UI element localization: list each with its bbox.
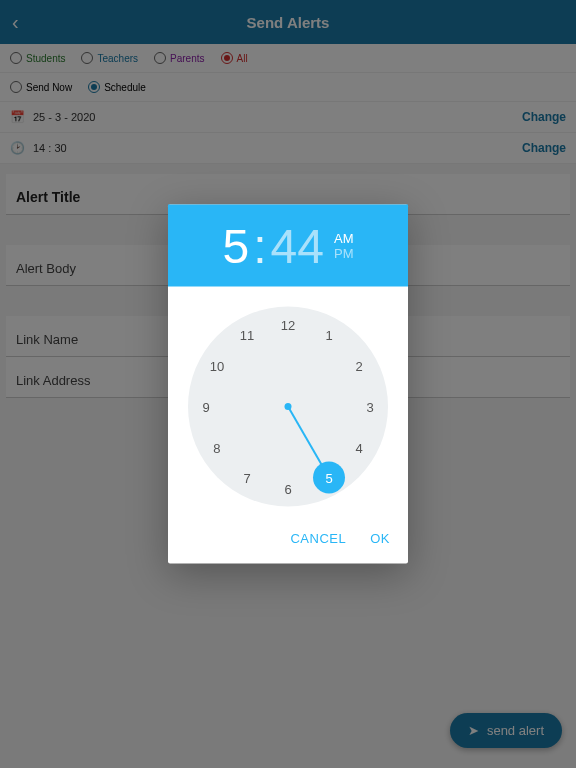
- am-option[interactable]: AM: [334, 231, 354, 246]
- clock-center-icon: [285, 403, 292, 410]
- clock-number[interactable]: 11: [235, 323, 259, 347]
- clock-number[interactable]: 8: [205, 436, 229, 460]
- hour-display[interactable]: 5: [223, 218, 250, 273]
- clock-number[interactable]: 4: [347, 436, 371, 460]
- ampm-toggle: AM PM: [334, 231, 354, 261]
- clock-number[interactable]: 9: [194, 395, 218, 419]
- clock-face[interactable]: 121234567891011: [188, 307, 388, 507]
- clock-number[interactable]: 6: [276, 477, 300, 501]
- time-separator: :: [253, 218, 266, 273]
- clock-area: 121234567891011: [168, 287, 408, 517]
- pm-option[interactable]: PM: [334, 246, 354, 261]
- dialog-actions: CANCEL OK: [168, 517, 408, 564]
- clock-number[interactable]: 12: [276, 313, 300, 337]
- time-picker-dialog: 5 : 44 AM PM 121234567891011 CANCEL OK: [168, 205, 408, 564]
- clock-number[interactable]: 1: [317, 323, 341, 347]
- clock-number[interactable]: 2: [347, 354, 371, 378]
- minute-display[interactable]: 44: [271, 218, 324, 273]
- time-display: 5 : 44: [223, 218, 324, 273]
- clock-number[interactable]: 10: [205, 354, 229, 378]
- clock-number[interactable]: 7: [235, 466, 259, 490]
- clock-number-selected[interactable]: 5: [313, 462, 345, 494]
- clock-number[interactable]: 3: [358, 395, 382, 419]
- ok-button[interactable]: OK: [370, 531, 390, 546]
- time-picker-header: 5 : 44 AM PM: [168, 205, 408, 287]
- cancel-button[interactable]: CANCEL: [290, 531, 346, 546]
